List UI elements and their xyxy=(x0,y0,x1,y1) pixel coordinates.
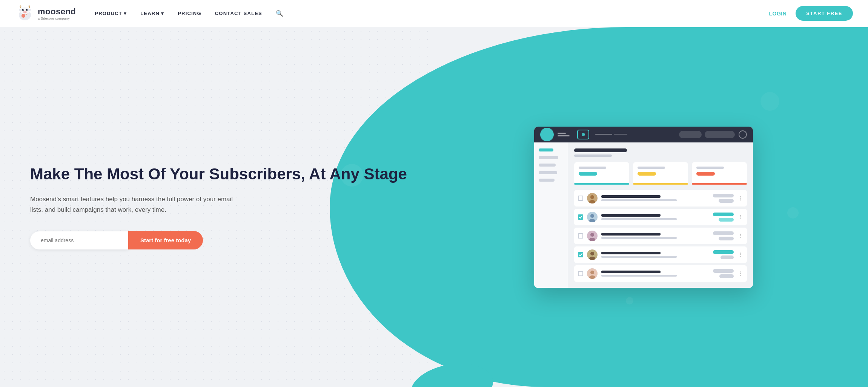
svg-point-24 xyxy=(590,252,594,255)
svg-point-6 xyxy=(28,9,31,11)
list-row: ⋮ xyxy=(574,190,747,207)
sidebar-item-4[interactable] xyxy=(539,179,555,182)
stat-card-red xyxy=(692,162,747,185)
stat-bar-yellow xyxy=(633,183,688,185)
row-tag-4 xyxy=(719,237,734,240)
row-menu-dots[interactable]: ⋮ xyxy=(737,214,743,220)
start-free-button[interactable]: START FREE xyxy=(796,6,853,21)
nav-right: LOGIN START FREE xyxy=(769,6,853,21)
row-status-3 xyxy=(713,231,734,240)
nav-item-contact-sales[interactable]: CONTACT SALES xyxy=(215,11,262,16)
row-name-line xyxy=(601,252,661,254)
sidebar-item-1[interactable] xyxy=(539,156,558,159)
list-rows: ⋮ xyxy=(574,190,747,282)
titlebar-toolbar xyxy=(595,134,627,135)
row-name-line xyxy=(601,233,661,236)
titlebar-end-circle xyxy=(739,130,747,139)
row-tag-teal3 xyxy=(713,250,734,254)
stat-card-teal xyxy=(574,162,629,185)
titlebar-add-button[interactable]: ⊕ xyxy=(577,130,589,139)
row-name-line xyxy=(601,271,661,273)
row-menu-dots[interactable]: ⋮ xyxy=(737,195,743,201)
dash-heading-line xyxy=(574,148,627,152)
stat-card-line1 xyxy=(579,167,606,169)
row-email-line xyxy=(601,256,677,258)
row-tag-2 xyxy=(719,199,734,203)
svg-point-7 xyxy=(22,9,24,11)
start-free-today-button[interactable]: Start for free today xyxy=(128,231,203,249)
row-tag-teal2 xyxy=(719,218,734,222)
nav-links: PRODUCT ▾ LEARN ▾ PRICING CONTACT SALES … xyxy=(95,10,769,17)
search-icon[interactable]: 🔍 xyxy=(276,10,283,17)
row-checkbox-empty[interactable] xyxy=(578,233,583,239)
row-menu-dots[interactable]: ⋮ xyxy=(737,233,743,239)
row-email-line xyxy=(601,199,677,201)
svg-point-27 xyxy=(590,271,594,274)
row-tag-7 xyxy=(719,274,734,278)
stat-value-yellow xyxy=(638,172,656,176)
nav-item-pricing[interactable]: PRICING xyxy=(178,11,201,16)
row-menu-dots[interactable]: ⋮ xyxy=(737,271,743,277)
row-name-line xyxy=(601,214,661,217)
chevron-down-icon: ▾ xyxy=(161,11,164,16)
row-name-line xyxy=(601,195,661,198)
svg-point-12 xyxy=(24,11,25,12)
list-row: ⋮ xyxy=(574,209,747,225)
row-checkbox-empty[interactable] xyxy=(578,196,583,201)
stat-cards xyxy=(574,162,747,185)
sidebar-item-3[interactable] xyxy=(539,171,557,174)
logo[interactable]: moosend a Sitecore company xyxy=(15,4,76,23)
row-status-1 xyxy=(713,194,734,203)
svg-point-15 xyxy=(590,195,594,199)
row-tag-teal xyxy=(713,213,734,216)
sidebar-item-2[interactable] xyxy=(539,164,556,167)
nav-item-learn[interactable]: LEARN ▾ xyxy=(140,11,164,16)
logo-text: moosend a Sitecore company xyxy=(38,7,76,20)
stat-value-teal xyxy=(579,172,597,176)
svg-point-21 xyxy=(590,233,594,237)
chevron-down-icon: ▾ xyxy=(124,11,127,16)
row-checkbox-checked[interactable] xyxy=(578,252,583,257)
list-row: ⋮ xyxy=(574,246,747,263)
sidebar-item-active[interactable] xyxy=(539,148,553,151)
row-content-2 xyxy=(601,214,709,220)
row-status-4 xyxy=(713,250,734,259)
email-input[interactable] xyxy=(30,231,128,249)
dashboard-window: ⊕ xyxy=(534,127,753,288)
svg-point-2 xyxy=(22,14,25,18)
avatar-2 xyxy=(587,212,598,222)
avatar-3 xyxy=(587,231,598,241)
stat-bar-teal xyxy=(574,183,629,185)
avatar-1 xyxy=(587,193,598,203)
dashboard-main: ⋮ xyxy=(568,142,753,288)
svg-point-10 xyxy=(27,9,28,10)
stat-value-red xyxy=(696,172,715,176)
svg-point-11 xyxy=(23,11,27,13)
titlebar-pill-1 xyxy=(679,131,702,138)
hero-title: Make The Most Of Your Subscribers, At An… xyxy=(30,165,412,184)
titlebar-avatar-circle xyxy=(540,128,554,141)
hero-form: Start for free today xyxy=(30,231,412,249)
titlebar-line-2 xyxy=(558,135,570,136)
navbar: moosend a Sitecore company PRODUCT ▾ LEA… xyxy=(0,0,868,27)
dashboard-sidebar xyxy=(534,142,568,288)
row-tag-3 xyxy=(713,231,734,235)
logo-name: moosend xyxy=(38,7,76,17)
deco-circle-4 xyxy=(760,92,779,111)
stat-card-line1-red xyxy=(696,167,724,169)
dash-sub-line xyxy=(574,154,612,157)
row-content-3 xyxy=(601,233,709,239)
row-menu-dots[interactable]: ⋮ xyxy=(737,252,743,258)
titlebar-pill-2 xyxy=(705,131,735,138)
hero-illustration: ⊕ xyxy=(434,112,868,303)
avatar-4 xyxy=(587,249,598,260)
row-status-5 xyxy=(713,269,734,278)
login-link[interactable]: LOGIN xyxy=(769,11,787,17)
nav-item-product[interactable]: PRODUCT ▾ xyxy=(95,11,127,16)
row-checkbox-empty[interactable] xyxy=(578,271,583,276)
row-checkbox-checked[interactable] xyxy=(578,214,583,220)
svg-point-9 xyxy=(23,9,24,10)
row-email-line xyxy=(601,237,677,239)
stat-card-yellow xyxy=(633,162,688,185)
row-email-line xyxy=(601,275,677,277)
